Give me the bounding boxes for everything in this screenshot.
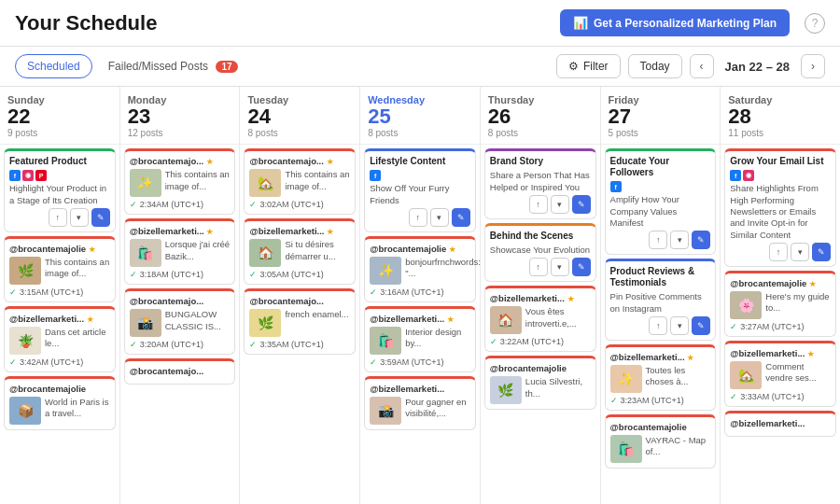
- post-card[interactable]: @brocantemajo... ★ 🏡 This contains an im…: [244, 148, 356, 215]
- post-card[interactable]: @brocantemajolie 🌿 Lucia Silvestri, th..…: [484, 356, 596, 410]
- upload-button[interactable]: ↑: [649, 316, 667, 335]
- post-time: ✓ 3:18AM (UTC+1): [130, 270, 231, 279]
- post-thumb: ✨: [130, 169, 161, 197]
- post-card[interactable]: @bizellemarketi... ★ 🏠 Vous êtes introve…: [484, 286, 596, 352]
- post-handle: @bizellemarketi...: [730, 418, 805, 428]
- info-icon[interactable]: ?: [805, 13, 825, 34]
- post-card[interactable]: Behind the Scenes Showcase Your Evolutio…: [484, 223, 596, 282]
- post-card[interactable]: @bizellemarketi... ★ 🏡 Comment vendre se…: [724, 341, 836, 407]
- post-time: ✓ 3:27AM (UTC+1): [730, 322, 831, 331]
- time-status-icon: ✓: [490, 337, 497, 346]
- post-card[interactable]: @brocantemajolie ★ ✨ bonjourfrnchwords: …: [364, 236, 476, 302]
- upload-button[interactable]: ↑: [49, 208, 67, 227]
- dropdown-button[interactable]: ▾: [670, 231, 689, 249]
- post-card[interactable]: Brand Story Share a Person That Has Help…: [484, 148, 596, 219]
- day-number: 26: [488, 105, 593, 128]
- post-time: ✓ 3:02AM (UTC+1): [249, 200, 350, 209]
- dropdown-button[interactable]: ▾: [70, 208, 89, 227]
- post-body: 🌿 This contains an image of...: [9, 257, 110, 285]
- day-posts-friday: Educate Your Followers f Amplify How You…: [601, 145, 721, 504]
- post-card[interactable]: @bizellemarketi... ★ 🛍️ Interior design …: [364, 306, 476, 372]
- dropdown-button[interactable]: ▾: [430, 208, 449, 227]
- upload-button[interactable]: ↑: [529, 258, 548, 276]
- post-handle: @brocantemajolie ★: [730, 278, 816, 288]
- post-body: ✨ Toutes les choses à...: [610, 365, 711, 393]
- post-card-header: @brocantemajolie ★: [730, 278, 831, 288]
- post-card[interactable]: @bizellemarketi... 📸 Pour gagner en visi…: [364, 376, 476, 430]
- post-card[interactable]: @bizellemarketi... ★ 🪴 Dans cet article …: [4, 306, 116, 372]
- post-card[interactable]: @brocantemajolie 📦 World in Paris is a t…: [4, 376, 116, 430]
- upload-button[interactable]: ↑: [409, 208, 427, 227]
- dropdown-button[interactable]: ▾: [551, 258, 569, 276]
- post-card[interactable]: @brocantemajolie 🛍️ VAYRAC - Map of...: [605, 414, 717, 469]
- tab-scheduled[interactable]: Scheduled: [15, 54, 92, 78]
- day-number: 28: [728, 105, 833, 128]
- post-actions: ↑ ▾ ✎: [9, 208, 110, 227]
- filter-button[interactable]: ⚙ Filter: [556, 54, 621, 78]
- upload-button[interactable]: ↑: [649, 231, 667, 249]
- edit-button[interactable]: ✎: [572, 195, 591, 214]
- post-card[interactable]: @brocantemajolie ★ 🌸 Here's my guide to.…: [724, 271, 836, 337]
- post-card-header: @brocantemajolie ★: [370, 244, 470, 254]
- post-body: 📦 World in Paris is a travel...: [9, 397, 110, 425]
- post-card[interactable]: @brocantemajo... 🌿 french enamel... ✓ 3:…: [244, 288, 356, 355]
- post-card[interactable]: @brocantemajo...: [124, 358, 236, 385]
- edit-button[interactable]: ✎: [91, 208, 110, 227]
- post-text-content: Amplify How Your Company Values Manifest: [610, 194, 711, 229]
- tabs: Scheduled Failed/Missed Posts 17: [15, 54, 250, 78]
- prev-week-button[interactable]: ‹: [690, 54, 714, 78]
- post-card[interactable]: Product Reviews & Testimonials Pin Posit…: [605, 259, 717, 341]
- post-body: 📸 BUNGALOW CLASSIC IS...: [130, 309, 231, 337]
- day-header-friday: Friday 27 5 posts: [601, 87, 721, 145]
- post-card[interactable]: @bizellemarketi... ★ ✨ Toutes les choses…: [605, 344, 717, 411]
- marketing-plan-button[interactable]: 📊 Get a Personalized Marketing Plan: [560, 9, 790, 36]
- post-card[interactable]: @bizellemarketi... ★ 🏠 Si tu désires dém…: [244, 218, 356, 285]
- edit-button[interactable]: ✎: [812, 243, 831, 261]
- post-card[interactable]: @brocantemajolie ★ 🌿 This contains an im…: [4, 236, 116, 302]
- post-card-title: Featured Product: [9, 156, 87, 167]
- post-text-content: Si tu désires démarrer u...: [285, 239, 350, 262]
- edit-button[interactable]: ✎: [572, 258, 591, 276]
- post-handle: @brocantemajolie: [610, 422, 687, 432]
- today-button[interactable]: Today: [628, 54, 682, 78]
- post-thumb: 🌿: [249, 309, 281, 337]
- day-col-tuesday: Tuesday 24 8 posts @brocantemajo... ★ 🏡 …: [240, 87, 359, 504]
- dropdown-button[interactable]: ▾: [670, 316, 689, 335]
- page-title: Your Schedule: [15, 11, 157, 35]
- post-card-header: Grow Your Email List: [730, 156, 831, 167]
- day-col-wednesday: Wednesday 25 8 posts Lifestyle Content f…: [360, 87, 480, 504]
- post-card-header: Product Reviews & Testimonials: [610, 266, 711, 288]
- next-week-button[interactable]: ›: [801, 54, 825, 78]
- day-posts-saturday: Grow Your Email List f◉ Share Highlights…: [721, 145, 840, 504]
- post-card[interactable]: @bizellemarketi... ★ 🛍️ Lorsque j'ai cré…: [124, 218, 236, 285]
- post-text-content: Pin Positive Comments on Instagram: [610, 291, 711, 315]
- post-actions: ↑ ▾ ✎: [370, 208, 470, 227]
- post-body: 🏠 Si tu désires démarrer u...: [249, 239, 350, 267]
- post-card[interactable]: @brocantemajo... 📸 BUNGALOW CLASSIC IS..…: [124, 288, 236, 355]
- day-posts-count: 12 posts: [128, 128, 232, 138]
- post-card[interactable]: @brocantemajo... ★ ✨ This contains an im…: [124, 148, 236, 215]
- failed-badge: 17: [216, 61, 237, 73]
- post-thumb: 📦: [9, 397, 41, 425]
- post-text-content: This contains an image of...: [285, 169, 350, 192]
- edit-button[interactable]: ✎: [692, 231, 710, 249]
- edit-button[interactable]: ✎: [452, 208, 470, 227]
- upload-button[interactable]: ↑: [769, 243, 788, 261]
- post-card[interactable]: Featured Product f◉P Highlight Your Prod…: [4, 148, 116, 232]
- post-card[interactable]: Grow Your Email List f◉ Share Highlights…: [724, 148, 836, 267]
- tab-failed[interactable]: Failed/Missed Posts 17: [96, 54, 250, 78]
- post-card[interactable]: Educate Your Followers f Amplify How You…: [605, 148, 717, 255]
- upload-button[interactable]: ↑: [529, 195, 548, 214]
- post-card[interactable]: @bizellemarketi...: [724, 411, 836, 437]
- post-thumb: 🌿: [9, 257, 41, 285]
- dropdown-button[interactable]: ▾: [551, 195, 569, 214]
- social-icons: f◉: [730, 170, 831, 181]
- dropdown-button[interactable]: ▾: [791, 243, 809, 261]
- post-body: 📸 Pour gagner en visibilité,...: [370, 397, 470, 425]
- post-text-content: This contains an image of...: [165, 169, 231, 192]
- day-posts-count: 11 posts: [728, 128, 833, 138]
- day-number: 22: [7, 105, 112, 128]
- edit-button[interactable]: ✎: [692, 316, 710, 335]
- post-actions: ↑ ▾ ✎: [490, 258, 591, 276]
- post-card[interactable]: Lifestyle Content f Show Off Your Furry …: [364, 148, 476, 232]
